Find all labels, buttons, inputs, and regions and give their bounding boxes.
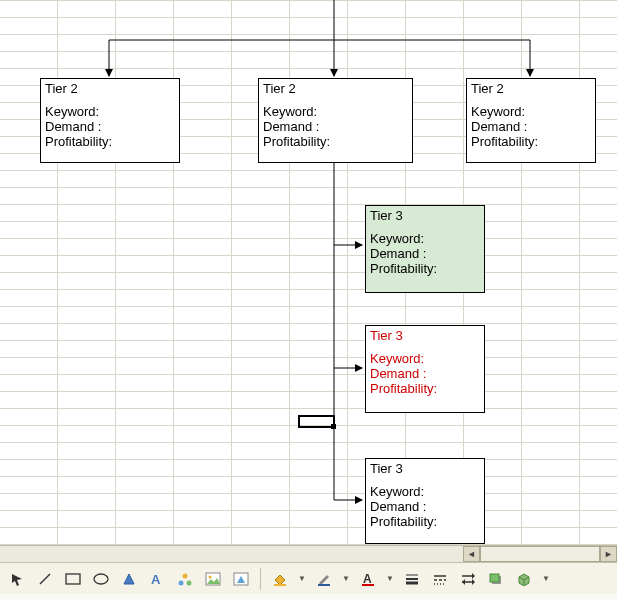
tier3-box-3[interactable]: Tier 3 Keyword: Demand : Profitability:: [365, 458, 485, 544]
tier2-box-3[interactable]: Tier 2 Keyword: Demand : Profitability:: [466, 78, 596, 163]
sheet-tab-area[interactable]: [0, 546, 463, 562]
dropdown-caret-icon[interactable]: ▼: [385, 574, 395, 583]
dropdown-caret-icon[interactable]: ▼: [341, 574, 351, 583]
svg-point-14: [179, 580, 184, 585]
tier3-box-1[interactable]: Tier 3 Keyword: Demand : Profitability:: [365, 205, 485, 293]
svg-line-9: [40, 574, 50, 584]
profit-label: Profitability:: [370, 514, 437, 529]
demand-label: Demand :: [471, 119, 527, 134]
svg-point-13: [183, 573, 188, 578]
line-color-icon[interactable]: [313, 568, 335, 590]
profit-label: Profitability:: [45, 134, 112, 149]
profit-label: Profitability:: [370, 381, 437, 396]
drawing-toolbar: A ▼ ▼ A ▼ ▼: [0, 562, 617, 594]
rectangle-tool-icon[interactable]: [62, 568, 84, 590]
box-title: Tier 2: [45, 81, 175, 96]
svg-rect-20: [318, 584, 330, 586]
insert-image-icon[interactable]: [202, 568, 224, 590]
font-color-icon[interactable]: A: [357, 568, 379, 590]
profit-label: Profitability:: [471, 134, 538, 149]
box-title: Tier 3: [370, 328, 480, 343]
demand-label: Demand :: [370, 246, 426, 261]
clipart-icon[interactable]: [230, 568, 252, 590]
oval-tool-icon[interactable]: [90, 568, 112, 590]
spreadsheet-area[interactable]: Tier 2 Keyword: Demand : Profitability: …: [0, 0, 617, 545]
svg-point-11: [94, 574, 108, 584]
arrow-cursor-icon[interactable]: [6, 568, 28, 590]
shadow-icon[interactable]: [485, 568, 507, 590]
box-title: Tier 2: [471, 81, 591, 96]
svg-rect-10: [66, 574, 80, 584]
demand-label: Demand :: [45, 119, 101, 134]
scroll-right-button[interactable]: ►: [600, 546, 617, 562]
demand-label: Demand :: [370, 499, 426, 514]
keyword-label: Keyword:: [370, 351, 424, 366]
keyword-label: Keyword:: [370, 484, 424, 499]
autoshapes-icon[interactable]: [118, 568, 140, 590]
dropdown-caret-icon[interactable]: ▼: [541, 574, 551, 583]
svg-rect-32: [490, 574, 499, 582]
dash-style-icon[interactable]: [429, 568, 451, 590]
fill-color-icon[interactable]: [269, 568, 291, 590]
box-title: Tier 3: [370, 461, 480, 476]
line-weight-icon[interactable]: [401, 568, 423, 590]
keyword-label: Keyword:: [471, 104, 525, 119]
scrollbar-track[interactable]: [480, 546, 600, 562]
fill-handle[interactable]: [331, 424, 336, 429]
svg-rect-22: [362, 584, 374, 586]
horizontal-scrollbar: ◄ ►: [0, 545, 617, 562]
diagram-canvas: Tier 2 Keyword: Demand : Profitability: …: [0, 0, 617, 545]
toolbar-separator: [260, 568, 261, 590]
scroll-left-button[interactable]: ◄: [463, 546, 480, 562]
demand-label: Demand :: [263, 119, 319, 134]
box-title: Tier 3: [370, 208, 480, 223]
tier2-box-2[interactable]: Tier 2 Keyword: Demand : Profitability:: [258, 78, 413, 163]
line-tool-icon[interactable]: [34, 568, 56, 590]
tier3-box-2[interactable]: Tier 3 Keyword: Demand : Profitability:: [365, 325, 485, 413]
arrow-style-icon[interactable]: [457, 568, 479, 590]
profit-label: Profitability:: [370, 261, 437, 276]
svg-point-15: [187, 580, 192, 585]
three-d-icon[interactable]: [513, 568, 535, 590]
box-title: Tier 2: [263, 81, 408, 96]
keyword-label: Keyword:: [263, 104, 317, 119]
diagram-icon[interactable]: [174, 568, 196, 590]
profit-label: Profitability:: [263, 134, 330, 149]
dropdown-caret-icon[interactable]: ▼: [297, 574, 307, 583]
keyword-label: Keyword:: [45, 104, 99, 119]
keyword-label: Keyword:: [370, 231, 424, 246]
svg-point-17: [209, 575, 212, 578]
active-cell-cursor[interactable]: [298, 415, 335, 428]
demand-label: Demand :: [370, 366, 426, 381]
wordart-icon[interactable]: A: [146, 568, 168, 590]
svg-rect-19: [274, 584, 286, 586]
svg-text:A: A: [151, 572, 161, 586]
svg-text:A: A: [363, 572, 372, 586]
tier2-box-1[interactable]: Tier 2 Keyword: Demand : Profitability:: [40, 78, 180, 163]
